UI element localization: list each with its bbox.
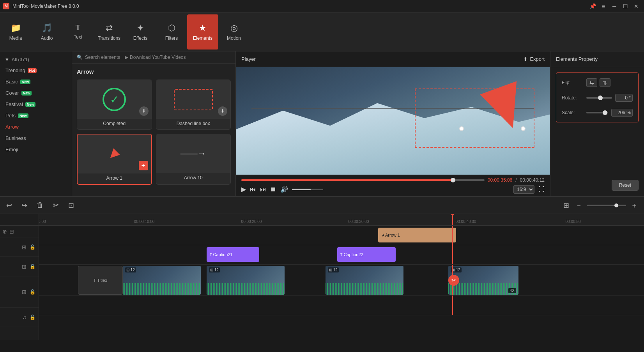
time-total: 00:00:40:12 <box>520 177 545 183</box>
pin-btn[interactable]: 📌 <box>588 2 597 11</box>
download-btn-dashed[interactable]: ⬇ <box>218 106 227 116</box>
stop-button[interactable]: ⏹ <box>270 186 276 193</box>
sidebar-item-emoji[interactable]: Emoji <box>0 144 72 155</box>
video-clip-3[interactable]: ⊞ 12 <box>326 266 403 295</box>
ruler-mark-20: 00:00:20:00 <box>241 219 262 224</box>
captions-track-lane: T Caption21 T Caption22 <box>39 245 644 265</box>
add-track-icon[interactable]: ⊕ <box>2 228 7 235</box>
audio-track-lane <box>39 296 644 315</box>
progress-track[interactable] <box>241 179 485 181</box>
download-youtube-link[interactable]: ▶ Download YouTube Videos <box>125 55 186 60</box>
video-clip-2[interactable]: ⊞ 12 <box>207 266 285 295</box>
zoom-out-btn[interactable]: － <box>574 199 584 212</box>
export-button[interactable]: ⬆ Export <box>523 56 545 62</box>
split-icon[interactable]: ⊟ <box>9 228 14 235</box>
element-card-arrow10[interactable]: ——→ Arrow 10 <box>156 134 231 185</box>
completed-icon: ✓ <box>103 88 126 111</box>
download-btn-completed[interactable]: ⬇ <box>139 106 149 116</box>
toolbar-media[interactable]: 📁 Media <box>0 14 31 50</box>
next-button[interactable]: ⏭ <box>260 186 266 193</box>
zoom-slider[interactable] <box>587 205 626 206</box>
zoom-fit-btn[interactable]: ⊞ <box>562 200 571 211</box>
toolbar-transitions[interactable]: ⇄ Transitions <box>94 14 125 50</box>
toolbar-transitions-label: Transitions <box>98 35 120 41</box>
sidebar-item-business[interactable]: Business <box>0 133 72 144</box>
toolbar-effects[interactable]: ✦ Effects <box>125 14 156 50</box>
clip-caption21[interactable]: T Caption21 <box>207 247 259 262</box>
ruler-mark-10: 00:00:10:00 <box>134 219 155 224</box>
rotate-label: Rotate: <box>562 95 583 101</box>
speed-badge: 4X <box>508 288 516 293</box>
zoom-in-btn[interactable]: ＋ <box>629 199 639 212</box>
reset-button[interactable]: Reset <box>612 180 639 191</box>
scale-row: Scale: <box>562 109 633 117</box>
toolbar-filters[interactable]: ⬡ Filters <box>156 14 187 50</box>
sidebar-item-basic[interactable]: Basic New <box>0 76 72 87</box>
main-toolbar: 📁 Media 🎵 Audio T Text ⇄ Transitions ✦ E… <box>0 12 644 51</box>
toolbar-text[interactable]: T Text <box>62 14 94 50</box>
toolbar-motion[interactable]: ◎ Motion <box>218 14 249 50</box>
scale-value[interactable] <box>611 109 633 117</box>
add-btn-arrow1[interactable]: + <box>139 161 148 170</box>
undo-button[interactable]: ↩ <box>5 200 14 211</box>
rotate-value[interactable] <box>615 94 633 102</box>
video-lock-icon[interactable]: 🔓 <box>30 289 35 295</box>
media-icon: 📁 <box>11 23 21 33</box>
search-box[interactable]: 🔍 Search elements <box>77 55 120 60</box>
flip-vertical-btn[interactable]: ⇅ <box>600 78 610 87</box>
element-card-dashed[interactable]: ⬇ Dashed line box <box>156 80 231 130</box>
toolbar-elements[interactable]: ★ Elements <box>187 14 218 50</box>
captions-lock-icon[interactable]: 🔓 <box>30 264 35 269</box>
delete-button[interactable]: 🗑 <box>35 200 45 211</box>
cut-button[interactable]: ✂ <box>51 200 60 211</box>
sidebar-header: ▼ All (371) <box>0 55 72 65</box>
progress-bar-container: 00:00:35:06 / 00:00:40:12 <box>241 177 545 183</box>
rotate-slider[interactable] <box>586 97 612 99</box>
clip-caption22[interactable]: T Caption22 <box>337 247 396 262</box>
sidebar-item-trending[interactable]: Trending Hot <box>0 65 72 76</box>
aspect-ratio-select[interactable]: 16:9 9:16 1:1 <box>513 185 534 194</box>
close-btn[interactable]: ✕ <box>632 2 641 11</box>
elements-lock-icon[interactable]: 🔓 <box>30 244 35 250</box>
flip-label: Flip: <box>562 80 583 85</box>
fullscreen-button[interactable]: ⛶ <box>538 186 545 193</box>
sidebar-item-pets[interactable]: Pets New <box>0 110 72 121</box>
volume-button[interactable]: 🔊 <box>280 186 288 193</box>
filters-icon: ⬡ <box>168 23 175 33</box>
sidebar-item-festival[interactable]: Festival New <box>0 99 72 110</box>
element-card-completed[interactable]: ✓ ⬇ Completed <box>77 80 152 130</box>
player-header: Player ⬆ Export <box>236 51 550 67</box>
timeline-content: ⊕ ⊟ ⊞ 🔓 ⊞ 🔓 ⊞ 🔓 ♫ 🔓 00: <box>0 214 644 340</box>
maximize-btn[interactable]: ☐ <box>621 2 630 11</box>
card-label-completed: Completed <box>77 119 152 129</box>
rotate-thumb <box>598 96 603 100</box>
playhead-line-audio <box>452 296 453 315</box>
redo-button[interactable]: ↪ <box>20 200 29 211</box>
element-card-arrow1[interactable]: ▼ + Arrow 1 <box>77 134 152 185</box>
minimize-btn[interactable]: ─ <box>610 2 619 11</box>
track-control-audio: ♫ 🔓 <box>0 308 39 327</box>
prev-button[interactable]: ⏮ <box>250 186 256 193</box>
play-button[interactable]: ▶ <box>241 186 246 193</box>
menu-btn[interactable]: ≡ <box>599 2 608 11</box>
audio-lock-icon[interactable]: 🔓 <box>30 315 35 320</box>
sidebar-item-arrow[interactable]: Arrow <box>0 121 72 133</box>
video-clip-1[interactable]: ⊞ 12 <box>123 266 201 295</box>
ruler-mark-30: 00:00:30:00 <box>349 219 369 224</box>
clip-arrow1[interactable]: ★ Arrow 1 <box>378 228 456 242</box>
flip-horizontal-btn[interactable]: ⇆ <box>586 78 597 87</box>
video-clip-1-label: ⊞ 12 <box>125 267 136 272</box>
app-title: MiniTool MovieMaker Free 8.0.0 <box>12 4 641 9</box>
sidebar-item-cover[interactable]: Cover New <box>0 87 72 99</box>
title3-clip[interactable]: T Title3 <box>78 266 123 295</box>
caption22-label: Caption22 <box>344 252 363 257</box>
timeline-ruler: 00:00 00:00:10:00 00:00:20:00 00:00:30:0… <box>39 214 644 226</box>
crop-button[interactable]: ⊡ <box>67 200 76 211</box>
elements-track-lane: ★ Arrow 1 <box>39 226 644 245</box>
volume-slider[interactable] <box>292 189 323 190</box>
sidebar-all-count: All (371) <box>12 57 29 62</box>
scale-slider[interactable] <box>586 112 608 113</box>
motion-icon: ◎ <box>230 23 238 33</box>
toolbar-audio[interactable]: 🎵 Audio <box>31 14 62 50</box>
caption21-label: Caption21 <box>213 252 233 257</box>
